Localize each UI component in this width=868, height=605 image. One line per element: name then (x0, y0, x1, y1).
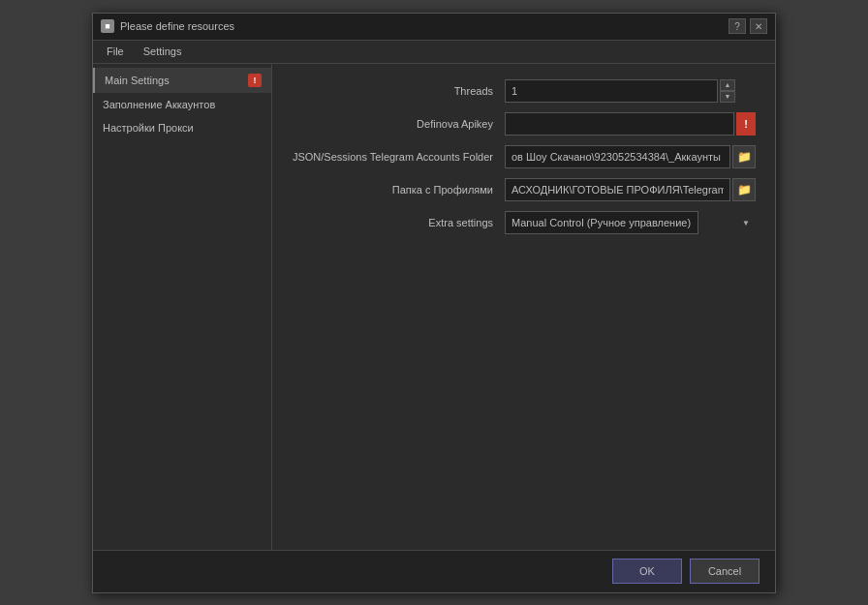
select-arrow-icon: ▼ (742, 218, 750, 227)
apikey-alert-icon: ! (736, 112, 756, 136)
threads-decrement[interactable]: ▼ (720, 91, 735, 103)
content-area: Main Settings ! Заполнение Аккаунтов Нас… (93, 64, 775, 550)
sidebar-item-proxy-settings[interactable]: Настройки Прокси (93, 116, 271, 139)
accounts-folder-field[interactable] (505, 145, 730, 168)
help-button[interactable]: ? (728, 18, 746, 34)
profiles-folder-field[interactable] (505, 178, 730, 201)
threads-field[interactable] (505, 79, 718, 103)
threads-increment[interactable]: ▲ (720, 79, 735, 91)
apikey-control: ! (505, 112, 756, 136)
threads-control: ▲ ▼ (505, 79, 756, 103)
profiles-folder-browse-button[interactable]: 📁 (732, 178, 756, 201)
extra-settings-row: Extra settings Manual Control (Ручное уп… (292, 211, 756, 234)
menu-settings[interactable]: Settings (134, 44, 192, 59)
profiles-folder-icon: 📁 (737, 183, 752, 197)
dialog-title: Please define resources (120, 20, 234, 32)
accounts-folder-row: JSON/Sessions Telegram Accounts Folder 📁 (292, 145, 756, 168)
app-icon: ■ (101, 19, 114, 33)
folder-icon: 📁 (737, 150, 752, 164)
extra-settings-control: Manual Control (Ручное управление) ▼ (505, 211, 756, 234)
threads-row: Threads ▲ ▼ (292, 79, 756, 103)
accounts-folder-label: JSON/Sessions Telegram Accounts Folder (292, 151, 505, 163)
accounts-folder-control: 📁 (505, 145, 756, 168)
sidebar-item-fill-accounts[interactable]: Заполнение Аккаунтов (93, 93, 271, 116)
apikey-label: Definova Apikey (292, 118, 505, 130)
threads-spinner: ▲ ▼ (720, 79, 735, 103)
accounts-folder-browse-button[interactable]: 📁 (732, 145, 756, 168)
apikey-row: Definova Apikey ! (292, 112, 756, 136)
dialog-window: ■ Please define resources ? ✕ File Setti… (92, 13, 776, 593)
bottom-bar: OK Cancel (93, 550, 775, 592)
title-bar-right: ? ✕ (728, 18, 767, 34)
cancel-button[interactable]: Cancel (690, 559, 760, 584)
menu-file[interactable]: File (97, 44, 134, 59)
sidebar-fill-accounts-label: Заполнение Аккаунтов (103, 99, 215, 110)
profiles-folder-label: Папка с Профилями (292, 184, 505, 196)
main-panel: Threads ▲ ▼ Definova Apikey ! (272, 64, 775, 550)
main-settings-alert-icon: ! (248, 74, 262, 87)
sidebar-proxy-settings-label: Настройки Прокси (103, 122, 194, 134)
profiles-folder-row: Папка с Профилями 📁 (292, 178, 756, 201)
close-button[interactable]: ✕ (750, 18, 767, 34)
sidebar-main-settings-label: Main Settings (105, 75, 170, 86)
apikey-field[interactable] (505, 112, 734, 136)
sidebar: Main Settings ! Заполнение Аккаунтов Нас… (93, 64, 272, 550)
profiles-folder-control: 📁 (505, 178, 756, 201)
extra-settings-label: Extra settings (292, 217, 505, 228)
ok-button[interactable]: OK (612, 559, 682, 584)
threads-label: Threads (292, 85, 505, 97)
title-bar: ■ Please define resources ? ✕ (93, 14, 775, 41)
extra-settings-wrapper: Manual Control (Ручное управление) ▼ (505, 211, 756, 234)
extra-settings-select[interactable]: Manual Control (Ручное управление) (505, 211, 698, 234)
menu-bar: File Settings (93, 41, 775, 64)
sidebar-item-main-settings[interactable]: Main Settings ! (93, 68, 271, 93)
title-bar-left: ■ Please define resources (101, 19, 234, 33)
